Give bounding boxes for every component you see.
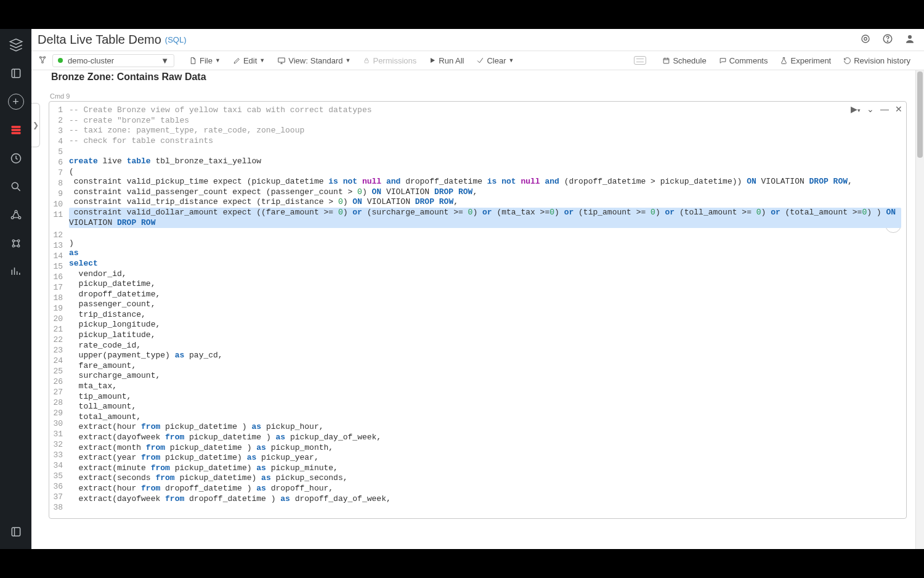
help-icon[interactable] <box>882 33 893 47</box>
file-menu[interactable]: File▼ <box>184 55 225 67</box>
databricks-logo-icon[interactable] <box>7 36 25 54</box>
cell-close-icon[interactable]: ✕ <box>895 104 902 114</box>
svg-point-6 <box>15 210 17 213</box>
svg-point-7 <box>11 216 14 219</box>
main-column: Delta Live Table Demo (SQL) demo-cluster… <box>31 29 924 549</box>
notebook-header: Delta Live Table Demo (SQL) <box>31 29 924 51</box>
revision-history-button[interactable]: Revision history <box>838 55 915 67</box>
svg-rect-3 <box>11 132 20 134</box>
cell-run-icon[interactable]: ▶▾ <box>851 104 861 114</box>
cell-toolbar: ▶▾ ⌄ — ✕ <box>851 104 902 114</box>
svg-rect-13 <box>12 527 20 535</box>
cluster-name: demo-cluster <box>68 56 114 65</box>
svg-point-11 <box>12 245 14 247</box>
permissions-menu: Permissions <box>358 55 421 67</box>
svg-rect-0 <box>12 69 20 77</box>
attach-icon[interactable] <box>38 55 47 67</box>
svg-point-9 <box>12 240 14 242</box>
add-icon[interactable]: + <box>7 93 25 110</box>
svg-rect-1 <box>11 126 20 128</box>
menu-collapse-icon[interactable] <box>7 523 25 540</box>
cluster-status-dot <box>58 58 63 63</box>
sidebar-expand-handle[interactable]: ❯ <box>31 103 40 147</box>
svg-point-17 <box>887 41 888 41</box>
clear-menu[interactable]: Clear▼ <box>471 55 519 67</box>
cmd-index-label: Cmd 9 <box>49 85 924 101</box>
scrollbar[interactable] <box>915 70 924 549</box>
svg-point-12 <box>17 245 19 247</box>
target-icon[interactable] <box>860 33 871 47</box>
svg-rect-23 <box>365 60 368 63</box>
experiment-button[interactable]: Experiment <box>775 55 836 67</box>
svg-point-19 <box>39 56 41 58</box>
compute-icon[interactable] <box>7 235 25 252</box>
comments-button[interactable]: Comments <box>714 55 773 67</box>
workspace-icon[interactable] <box>7 121 25 139</box>
markdown-heading: Bronze Zone: Contains Raw Data <box>49 70 924 85</box>
svg-point-5 <box>12 182 18 189</box>
cluster-selector[interactable]: demo-cluster ▼ <box>52 54 174 67</box>
app-frame: + Delta Live Table Demo (SQL) <box>0 29 924 549</box>
search-icon[interactable] <box>7 178 25 195</box>
run-all-button[interactable]: Run All <box>424 55 469 67</box>
code-cell[interactable]: ▶▾ ⌄ — ✕ 1234567891011121314151617181920… <box>49 101 907 519</box>
view-menu[interactable]: View: Standard▼ <box>272 55 355 67</box>
code-editor[interactable]: 1234567891011121314151617181920212223242… <box>49 102 906 518</box>
svg-rect-24 <box>664 58 670 63</box>
recents-icon[interactable] <box>7 150 25 167</box>
svg-point-20 <box>44 56 46 58</box>
user-icon[interactable] <box>904 33 915 47</box>
notebook-title[interactable]: Delta Live Table Demo <box>38 33 161 47</box>
jobs-icon[interactable] <box>7 263 25 280</box>
chevron-down-icon: ▼ <box>161 56 169 65</box>
home-icon[interactable] <box>7 65 25 82</box>
svg-point-10 <box>17 240 19 242</box>
svg-point-21 <box>42 61 44 63</box>
notebook-toolbar: demo-cluster ▼ File▼ Edit▼ View: Standar… <box>31 51 924 70</box>
svg-rect-22 <box>278 58 285 62</box>
schedule-button[interactable]: Schedule <box>657 55 711 67</box>
left-nav-rail: + <box>0 29 31 549</box>
svg-point-14 <box>862 35 869 43</box>
notebook-content: Bronze Zone: Contains Raw Data Cmd 9 ▶▾ … <box>31 70 924 549</box>
letterbox-top <box>0 0 924 29</box>
keyboard-icon[interactable] <box>634 56 646 65</box>
svg-rect-2 <box>11 129 20 131</box>
cell-minimize-icon[interactable]: — <box>880 104 889 114</box>
letterbox-bottom <box>0 549 924 578</box>
svg-point-8 <box>18 216 21 219</box>
svg-point-15 <box>864 37 867 40</box>
notebook-language[interactable]: (SQL) <box>165 35 187 44</box>
cell-move-down-icon[interactable]: ⌄ <box>867 104 874 114</box>
svg-point-18 <box>908 35 912 39</box>
edit-menu[interactable]: Edit▼ <box>228 55 270 67</box>
data-icon[interactable] <box>7 206 25 224</box>
